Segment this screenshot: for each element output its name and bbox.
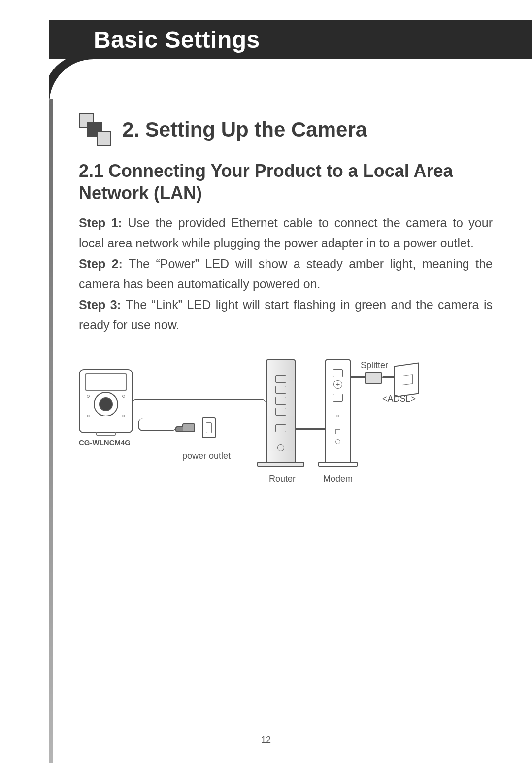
section-heading: 2. Setting Up the Camera bbox=[122, 118, 367, 141]
connection-diagram: CG-WLNCM4G power outlet Router + Modem bbox=[79, 364, 483, 502]
camera-model-label: CG-WLNCM4G bbox=[79, 438, 131, 447]
step-label: Step 3: bbox=[79, 298, 121, 312]
router-base bbox=[257, 462, 304, 467]
step-label: Step 1: bbox=[79, 216, 122, 230]
step-label: Step 2: bbox=[79, 257, 123, 271]
section-squares-icon bbox=[79, 113, 111, 146]
cable-router-modem bbox=[295, 428, 326, 430]
power-outlet-label: power outlet bbox=[182, 451, 231, 461]
modem-icon: + bbox=[325, 359, 351, 463]
subsection: 2.1 Connecting Your Product to a Local A… bbox=[79, 160, 493, 204]
adsl-label: <ADSL> bbox=[382, 394, 416, 404]
step-text: The “Power” LED will show a steady amber… bbox=[79, 257, 493, 291]
step-paragraph: Step 2: The “Power” LED will show a stea… bbox=[79, 254, 493, 294]
modem-base bbox=[318, 462, 358, 467]
wall-jack-icon bbox=[394, 362, 419, 397]
page-content: 2. Setting Up the Camera 2.1 Connecting … bbox=[79, 113, 493, 502]
splitter-icon bbox=[365, 372, 382, 384]
steps-body: Step 1: Use the provided Ethernet cable … bbox=[79, 213, 493, 335]
step-paragraph: Step 3: The “Link” LED light will start … bbox=[79, 295, 493, 335]
page-number: 12 bbox=[0, 735, 532, 745]
step-paragraph: Step 1: Use the provided Ethernet cable … bbox=[79, 213, 493, 253]
camera-icon bbox=[79, 369, 133, 433]
router-label: Router bbox=[269, 474, 296, 484]
modem-label: Modem bbox=[323, 474, 353, 484]
chapter-header: Basic Settings bbox=[49, 20, 532, 59]
cable-camera-power bbox=[138, 418, 176, 431]
power-outlet-icon bbox=[202, 417, 216, 438]
chapter-title: Basic Settings bbox=[94, 26, 260, 53]
frame-left-edge bbox=[49, 99, 53, 763]
step-text: Use the provided Ethernet cable to conne… bbox=[79, 216, 493, 250]
power-plug-icon bbox=[182, 423, 195, 432]
subsection-heading: 2.1 Connecting Your Product to a Local A… bbox=[79, 160, 493, 204]
cable-splitter-wall bbox=[382, 376, 395, 378]
splitter-label: Splitter bbox=[361, 360, 388, 371]
section-title-row: 2. Setting Up the Camera bbox=[79, 113, 493, 146]
cable-modem-splitter bbox=[350, 376, 366, 378]
step-text: The “Link” LED light will start flashing… bbox=[79, 298, 493, 332]
router-icon bbox=[266, 359, 296, 463]
